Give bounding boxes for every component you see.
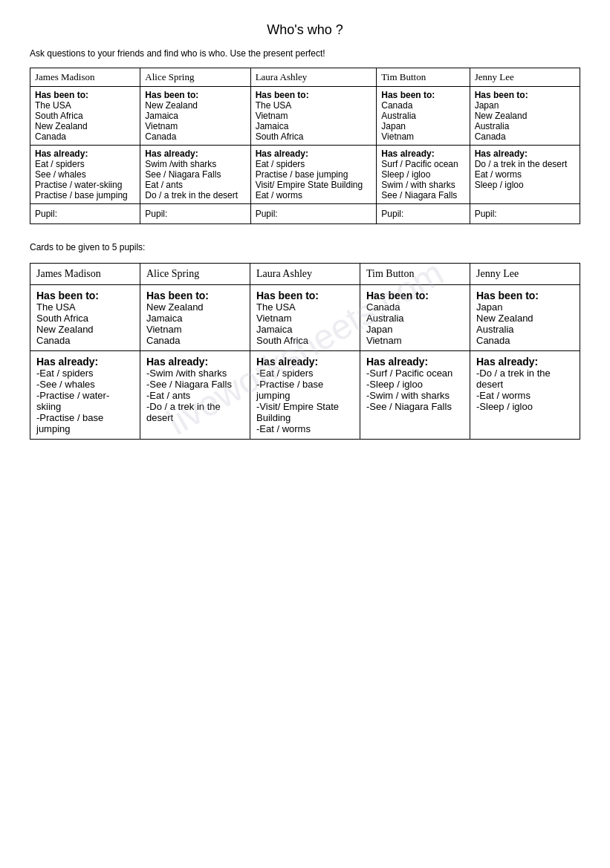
page-title: Who's who ? [30, 22, 580, 38]
top-table: James Madison Alice Spring Laura Ashley … [30, 68, 580, 224]
col-header-james: James Madison [30, 68, 140, 87]
card-alice-already: Has already: -Swim /with sharks-See / Ni… [140, 351, 250, 440]
jenny-already: Has already: Do / a trek in the desertEa… [470, 146, 580, 204]
card-laura-already: Has already: -Eat / spiders-Practise / b… [250, 351, 360, 440]
table-row-has-been-to: Has been to: The USASouth AfricaNew Zeal… [30, 87, 580, 146]
has-already-label-alice: Has already: [145, 149, 198, 159]
card-jenny-been-to: Has been to: JapanNew ZealandAustraliaCa… [470, 285, 580, 351]
cards-table: James Madison Alice Spring Laura Ashley … [30, 263, 580, 440]
jenny-been-to: Has been to: JapanNew ZealandAustraliaCa… [470, 87, 580, 146]
card-james-been-to: Has been to: The USASouth AfricaNew Zeal… [30, 285, 140, 351]
table-row-pupil: Pupil: Pupil: Pupil: Pupil: Pupil: [30, 204, 580, 224]
pupil-james: Pupil: [30, 204, 140, 224]
pupil-tim: Pupil: [377, 204, 470, 224]
card-has-been-to-label-laura: Has been to: [256, 290, 319, 301]
alice-already: Has already: Swim /with sharksSee / Niag… [140, 146, 250, 204]
pupil-laura: Pupil: [250, 204, 377, 224]
intro-text: Ask questions to your friends and find w… [30, 48, 580, 59]
card-has-already-label-jenny: Has already: [476, 356, 538, 368]
col-header-tim: Tim Button [377, 68, 470, 87]
col-header-jenny: Jenny Lee [470, 68, 580, 87]
card-tim-already: Has already: -Surf / Pacific ocean-Sleep… [360, 351, 470, 440]
card-laura-been-to: Has been to: The USAVietnamJamaicaSouth … [250, 285, 360, 351]
card-col-header-alice: Alice Spring [140, 264, 250, 285]
card-has-been-to-label-alice: Has been to: [146, 290, 209, 301]
card-tim-been-to: Has been to: CanadaAustraliaJapanVietnam [360, 285, 470, 351]
card-alice-been-to: Has been to: New ZealandJamaicaVietnamCa… [140, 285, 250, 351]
table-row-has-already: Has already: Eat / spidersSee / whalesPr… [30, 146, 580, 204]
card-has-already-label-tim: Has already: [366, 356, 428, 368]
has-been-to-label-tim: Has been to: [381, 90, 435, 100]
pupil-jenny: Pupil: [470, 204, 580, 224]
has-been-to-label-jenny: Has been to: [475, 90, 528, 100]
alice-been-to: Has been to: New ZealandJamaicaVietnamCa… [140, 87, 250, 146]
pupil-alice: Pupil: [140, 204, 250, 224]
tim-been-to: Has been to: CanadaAustraliaJapanVietnam [377, 87, 470, 146]
has-been-to-label-alice: Has been to: [145, 90, 198, 100]
laura-been-to: Has been to: The USAVietnamJamaicaSouth … [250, 87, 377, 146]
cards-label: Cards to be given to 5 pupils: [30, 242, 580, 252]
col-header-laura: Laura Ashley [250, 68, 377, 87]
card-col-header-jenny: Jenny Lee [470, 264, 580, 285]
laura-already: Has already: Eat / spidersPractise / bas… [250, 146, 377, 204]
james-been-to: Has been to: The USASouth AfricaNew Zeal… [30, 87, 140, 146]
card-has-already-label-james: Has already: [36, 356, 98, 368]
card-col-header-laura: Laura Ashley [250, 264, 360, 285]
card-has-been-to-label-jenny: Has been to: [476, 290, 539, 301]
has-already-label-james: Has already: [35, 149, 88, 159]
card-jenny-already: Has already: -Do / a trek in the desert-… [470, 351, 580, 440]
has-already-label-tim: Has already: [381, 149, 434, 159]
card-col-header-james: James Madison [30, 264, 140, 285]
card-has-been-to-label-tim: Has been to: [366, 290, 429, 301]
card-has-already-label-laura: Has already: [256, 356, 318, 368]
has-been-to-label-laura: Has been to: [256, 90, 309, 100]
has-already-label-laura: Has already: [256, 149, 308, 159]
has-been-to-label-james: Has been to: [35, 90, 88, 100]
james-already: Has already: Eat / spidersSee / whalesPr… [30, 146, 140, 204]
card-has-been-to-label-james: Has been to: [36, 290, 99, 301]
has-already-label-jenny: Has already: [475, 149, 528, 159]
col-header-alice: Alice Spring [140, 68, 250, 87]
card-has-already-label-alice: Has already: [146, 356, 208, 368]
card-col-header-tim: Tim Button [360, 264, 470, 285]
card-james-already: Has already: -Eat / spiders-See / whales… [30, 351, 140, 440]
cards-row-has-already: Has already: -Eat / spiders-See / whales… [30, 351, 580, 440]
cards-row-has-been-to: Has been to: The USASouth AfricaNew Zeal… [30, 285, 580, 351]
tim-already: Has already: Surf / Pacific oceanSleep /… [377, 146, 470, 204]
